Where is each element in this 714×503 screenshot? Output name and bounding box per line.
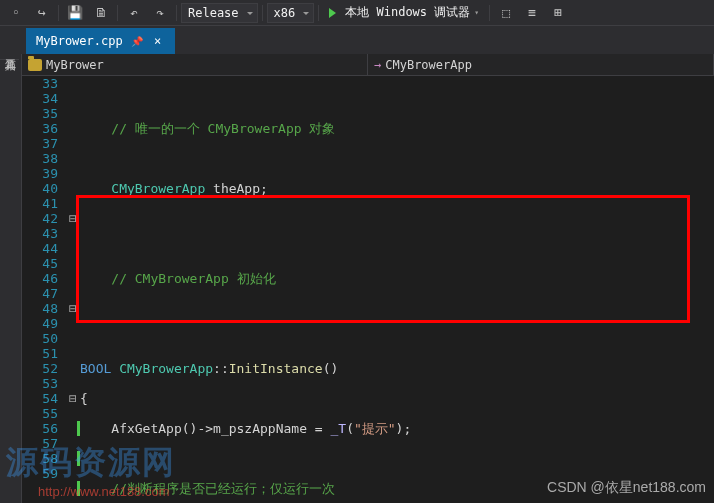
- tool-icon-1[interactable]: ⬚: [494, 2, 518, 24]
- tool-icon-2[interactable]: ≡: [520, 2, 544, 24]
- code-editor[interactable]: 3334353637383940414243444546474849505152…: [22, 76, 714, 503]
- nav-left-label: MyBrower: [46, 58, 104, 72]
- file-tab[interactable]: MyBrower.cpp 📌 ×: [26, 28, 175, 54]
- project-scope-dropdown[interactable]: MyBrower: [22, 54, 368, 75]
- nav-fwd-icon[interactable]: ↪: [30, 2, 54, 24]
- tool-icon-3[interactable]: ⊞: [546, 2, 570, 24]
- line-number-gutter: 3334353637383940414243444546474849505152…: [22, 76, 66, 503]
- platform-dropdown[interactable]: x86: [267, 3, 315, 23]
- project-icon: [28, 59, 42, 71]
- play-icon: [329, 8, 341, 18]
- nav-back-icon[interactable]: ◦: [4, 2, 28, 24]
- save-icon[interactable]: 💾: [63, 2, 87, 24]
- pin-icon[interactable]: 📌: [131, 36, 143, 47]
- undo-icon[interactable]: ↶: [122, 2, 146, 24]
- main-toolbar: ◦ ↪ 💾 🗎 ↶ ↷ Release x86 本地 Windows 调试器 ▾…: [0, 0, 714, 26]
- start-label: 本地 Windows 调试器: [345, 4, 470, 21]
- code-area[interactable]: // 唯一的一个 CMyBrowerApp 对象 CMyBrowerApp th…: [80, 76, 714, 503]
- arrow-icon: →: [374, 58, 381, 72]
- save-all-icon[interactable]: 🗎: [89, 2, 113, 24]
- nav-right-label: CMyBrowerApp: [385, 58, 472, 72]
- redo-icon[interactable]: ↷: [148, 2, 172, 24]
- fold-gutter: ⊟⊟⊟: [66, 76, 80, 503]
- navigation-bar: MyBrower → CMyBrowerApp: [22, 54, 714, 76]
- tab-label: MyBrower.cpp: [36, 34, 123, 48]
- side-tab-well: 服务器资源管理器 工具箱: [0, 26, 22, 503]
- document-tab-strip: MyBrower.cpp 📌 ×: [0, 26, 714, 54]
- config-dropdown[interactable]: Release: [181, 3, 258, 23]
- close-icon[interactable]: ×: [151, 34, 165, 48]
- start-debug-button[interactable]: 本地 Windows 调试器 ▾: [323, 3, 485, 23]
- class-scope-dropdown[interactable]: → CMyBrowerApp: [368, 54, 714, 75]
